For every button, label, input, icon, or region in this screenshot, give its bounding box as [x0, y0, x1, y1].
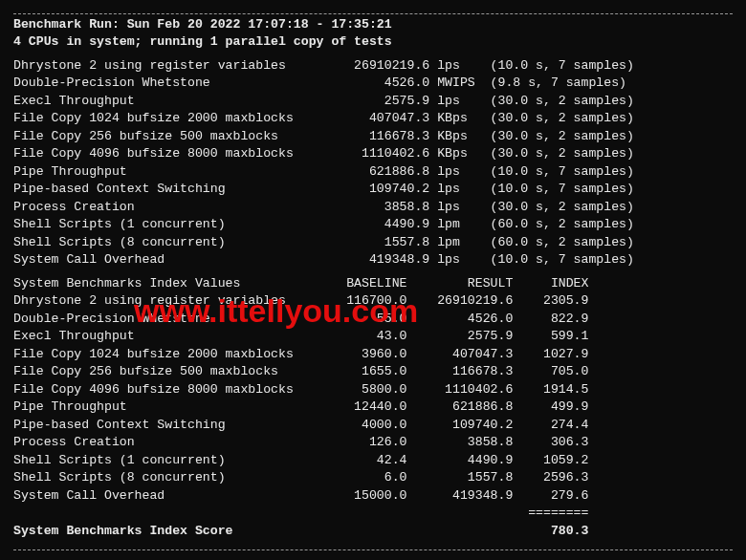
- index-row: Double-Precision Whetstone 55.0 4526.0 8…: [13, 311, 733, 328]
- result-row: Pipe Throughput 621886.8 lps (10.0 s, 7 …: [13, 163, 733, 181]
- index-row: Pipe Throughput 12440.0 621886.8 499.9: [13, 398, 733, 416]
- result-row: Shell Scripts (1 concurrent) 4490.9 lpm …: [13, 216, 733, 233]
- result-row: Dhrystone 2 using register variables 269…: [13, 57, 733, 75]
- result-row: Double-Precision Whetstone 4526.0 MWIPS …: [13, 75, 733, 92]
- results-table: Dhrystone 2 using register variables 269…: [13, 57, 733, 269]
- result-row: Process Creation 3858.8 lps (30.0 s, 2 s…: [13, 199, 733, 216]
- index-header-row: System Benchmarks Index Values BASELINE …: [13, 275, 733, 292]
- index-row: File Copy 4096 bufsize 8000 maxblocks 58…: [13, 381, 733, 398]
- index-score-row: System Benchmarks Index Score 780.3: [13, 523, 733, 540]
- result-row: File Copy 256 bufsize 500 maxblocks 1166…: [13, 128, 733, 145]
- index-row: System Call Overhead 15000.0 419348.9 27…: [13, 487, 733, 505]
- result-row: Execl Throughput 2575.9 lps (30.0 s, 2 s…: [13, 93, 733, 110]
- index-divider: ========: [13, 505, 733, 522]
- divider-top: [13, 13, 733, 14]
- index-row: Execl Throughput 43.0 2575.9 599.1: [13, 328, 733, 345]
- index-row: File Copy 1024 bufsize 2000 maxblocks 39…: [13, 346, 733, 363]
- index-row: Pipe-based Context Switching 4000.0 1097…: [13, 417, 733, 434]
- index-row: Shell Scripts (1 concurrent) 42.4 4490.9…: [13, 452, 733, 469]
- result-row: System Call Overhead 419348.9 lps (10.0 …: [13, 251, 733, 269]
- cpu-info-line: 4 CPUs in system; running 1 parallel cop…: [13, 33, 733, 51]
- result-row: Pipe-based Context Switching 109740.2 lp…: [13, 181, 733, 198]
- index-row: Process Creation 126.0 3858.8 306.3: [13, 434, 733, 451]
- index-row: Dhrystone 2 using register variables 116…: [13, 292, 733, 310]
- result-row: File Copy 1024 bufsize 2000 maxblocks 40…: [13, 110, 733, 127]
- result-row: Shell Scripts (8 concurrent) 1557.8 lpm …: [13, 234, 733, 251]
- index-table: Dhrystone 2 using register variables 116…: [13, 292, 733, 505]
- result-row: File Copy 4096 bufsize 8000 maxblocks 11…: [13, 145, 733, 162]
- benchmark-run-line: Benchmark Run: Sun Feb 20 2022 17:07:18 …: [13, 16, 733, 33]
- index-row: Shell Scripts (8 concurrent) 6.0 1557.8 …: [13, 469, 733, 486]
- index-row: File Copy 256 bufsize 500 maxblocks 1655…: [13, 363, 733, 380]
- divider-bottom: [13, 549, 733, 550]
